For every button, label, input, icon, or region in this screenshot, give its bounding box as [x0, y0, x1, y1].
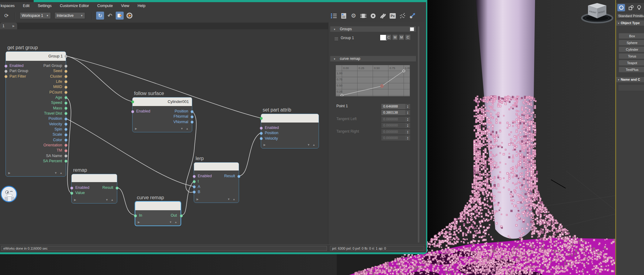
group-flag-c-3[interactable]: C: [405, 35, 410, 40]
node-curve-remap[interactable]: curve remapInOut▶▼ ▲: [135, 201, 181, 226]
port-in-enabled[interactable]: [70, 187, 73, 189]
node-header[interactable]: [135, 202, 181, 210]
port-in-enabled[interactable]: [5, 65, 7, 68]
workspace-dropdown[interactable]: Workspace 1 ▼: [20, 12, 51, 19]
spinner-arrows-icon[interactable]: ▲▼: [405, 104, 410, 109]
node-remap[interactable]: remapEnabledValueResult▶▼ ▲: [71, 174, 117, 204]
spinner-point-1-0[interactable]: 0.646888▲▼: [381, 104, 410, 109]
spinner-value[interactable]: 0.000000: [381, 129, 405, 134]
port-in-enabled[interactable]: [131, 110, 134, 113]
chip-icon[interactable]: [359, 12, 367, 20]
spinner-tangent-left-0[interactable]: 0.000000▲▼: [381, 117, 410, 122]
form-icon[interactable]: [340, 12, 348, 20]
menu-item-kspaces[interactable]: kspaces: [1, 4, 15, 8]
node-expand-icon[interactable]: ▶: [138, 221, 140, 224]
port-out-spin[interactable]: [65, 128, 67, 131]
port-out-sa-name[interactable]: [65, 155, 67, 157]
node-resize-icons[interactable]: ▼ ▲: [54, 171, 63, 174]
create-textplus-button[interactable]: TextPlus: [619, 67, 644, 72]
menu-item-customize-editor[interactable]: Customize Editor: [60, 4, 89, 8]
primitive-category-dropdown[interactable]: Standard Primitiv: [617, 13, 644, 18]
port-out-velocity[interactable]: [65, 123, 67, 126]
arrow-icon[interactable]: [408, 12, 416, 20]
spinner-tangent-left-1[interactable]: 0.000000▲▼: [381, 123, 410, 128]
node-header[interactable]: Group 1: [6, 52, 66, 61]
port-in-t[interactable]: [193, 180, 196, 183]
groups-display-icon[interactable]: [410, 27, 414, 31]
port-in-a[interactable]: [193, 185, 196, 188]
spinner-arrows-icon[interactable]: ▲▼: [405, 129, 410, 134]
port-out-part-group[interactable]: [65, 65, 67, 68]
menu-item-settings[interactable]: Settings: [38, 4, 51, 8]
port-out-result[interactable]: [116, 187, 118, 189]
port-in-part-filter[interactable]: [5, 75, 7, 78]
mode-dropdown[interactable]: Interactive ▼: [54, 12, 85, 19]
port-out-position[interactable]: [65, 118, 67, 120]
port-out-speed[interactable]: [65, 102, 67, 105]
port-in-part-group[interactable]: [5, 70, 7, 73]
create-lights-icon[interactable]: [635, 4, 643, 11]
object-name-field[interactable]: [618, 84, 644, 91]
drag-grip-icon[interactable]: [335, 36, 338, 42]
node-resize-icons[interactable]: ▼ ▲: [169, 221, 178, 224]
node-resize-icons[interactable]: ▼ ▲: [307, 143, 316, 146]
spinner-arrows-icon[interactable]: ▲▼: [405, 135, 410, 141]
node-resize-icons[interactable]: ▼ ▲: [181, 127, 189, 130]
node-lerp[interactable]: lerpEnabledtABResult▶▼ ▲: [194, 162, 239, 203]
group-flag-m-1[interactable]: M: [392, 35, 398, 40]
node-run-icon[interactable]: [116, 12, 124, 20]
spinner-tangent-right-0[interactable]: 0.000000▲▼: [381, 129, 410, 134]
port-header-out[interactable]: [65, 55, 67, 58]
node-resize-icons[interactable]: ▼ ▲: [227, 198, 236, 201]
menu-item-edit[interactable]: Edit: [23, 4, 30, 8]
node-expand-icon[interactable]: ▶: [74, 198, 76, 201]
create-box-button[interactable]: Box: [619, 33, 644, 39]
port-out-mtlid[interactable]: [65, 86, 67, 89]
port-out-result[interactable]: [238, 175, 240, 178]
node-get-part-group[interactable]: get part groupGroup 1EnabledPart GroupPa…: [6, 51, 66, 177]
curve-remap-section-header[interactable]: ▼ curve remap: [330, 56, 416, 61]
spinner-point-1-1[interactable]: 0.380138▲▼: [381, 110, 410, 115]
port-out-orientation[interactable]: [65, 144, 67, 147]
port-in-enabled[interactable]: [260, 127, 263, 130]
torus-icon[interactable]: [369, 12, 377, 20]
curve-editor[interactable]: 0.000.250.500.751.001.000.750.500.250.00: [336, 65, 410, 96]
undo-icon[interactable]: ↶: [106, 12, 114, 20]
port-in-value[interactable]: [70, 192, 73, 195]
port-in-velocity[interactable]: [260, 137, 263, 140]
spinner-value[interactable]: 0.000000: [381, 123, 405, 128]
tab-graph-1[interactable]: 1 ▶: [0, 23, 17, 29]
node-follow-surface[interactable]: follow surfaceCylinder001EnabledPosition…: [132, 97, 192, 132]
spinner-value[interactable]: 0.646888: [381, 104, 405, 109]
node-expand-icon[interactable]: ▶: [135, 127, 137, 130]
curve-icon[interactable]: [379, 12, 387, 20]
port-in-position[interactable]: [260, 132, 263, 135]
node-header[interactable]: [72, 174, 117, 182]
port-out-pcount[interactable]: [65, 91, 67, 94]
group-row-label[interactable]: Group 1: [341, 36, 354, 40]
rollout-name-and-color[interactable]: ▼Name and C: [616, 77, 644, 82]
node-expand-icon[interactable]: ▶: [197, 198, 199, 201]
rollout-object-type[interactable]: ▼Object Type: [616, 20, 644, 26]
node-graph-canvas[interactable]: get part groupGroup 1EnabledPart GroupPa…: [0, 29, 328, 244]
spinner-arrows-icon[interactable]: ▲▼: [405, 117, 410, 122]
menu-item-view[interactable]: View: [121, 4, 129, 8]
port-out-out[interactable]: [180, 215, 183, 217]
port-header-in[interactable]: [260, 117, 263, 120]
menu-item-compute[interactable]: Compute: [97, 4, 113, 8]
port-out-sa-percent[interactable]: [65, 160, 67, 163]
create-teapot-button[interactable]: Teapot: [619, 60, 644, 66]
refresh-icon[interactable]: ⟳: [2, 12, 10, 20]
port-out-color[interactable]: [65, 139, 67, 141]
port-header-in[interactable]: [131, 101, 134, 103]
node-header[interactable]: [261, 114, 319, 123]
particles-icon[interactable]: [399, 12, 406, 20]
port-out-vnormal[interactable]: [191, 121, 193, 123]
sync-icon[interactable]: ↻: [96, 12, 104, 20]
port-out-mass[interactable]: [65, 107, 67, 110]
port-out-life[interactable]: [65, 80, 67, 83]
port-out-tm[interactable]: [65, 149, 67, 152]
port-out-fnormal[interactable]: [191, 116, 193, 118]
node-expand-icon[interactable]: ▶: [264, 143, 266, 146]
play-circle-icon[interactable]: [125, 12, 133, 20]
